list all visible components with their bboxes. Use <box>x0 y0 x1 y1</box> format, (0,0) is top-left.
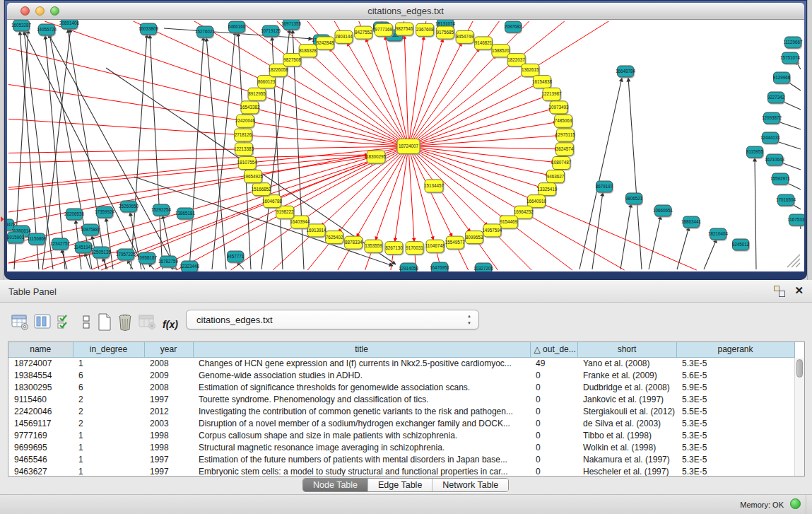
edge[interactable] <box>649 216 661 269</box>
edge[interactable] <box>408 146 504 218</box>
table-cell[interactable]: 0 <box>530 453 577 465</box>
table-cell[interactable]: Changes of HCN gene expression and I(f) … <box>193 357 530 369</box>
column-header-title[interactable]: title <box>193 342 530 357</box>
table-cell[interactable]: 5.3E-5 <box>676 441 794 453</box>
edge[interactable] <box>524 212 625 270</box>
graph-node[interactable]: 8660123 <box>258 76 276 88</box>
table-cell[interactable]: Wolkin et al. (1998) <box>577 441 676 453</box>
table-cell[interactable]: de Silva et al. (2003) <box>577 417 676 429</box>
graph-node[interactable]: 12342757 <box>50 238 71 250</box>
table-cell[interactable]: 0 <box>530 429 577 441</box>
table-cell[interactable]: 5.9E-5 <box>676 381 794 393</box>
graph-node[interactable]: 12975115 <box>555 129 575 141</box>
graph-node[interactable]: 19654925 <box>243 170 264 183</box>
graph-node[interactable]: 8267130 <box>385 242 403 255</box>
column-header-short[interactable]: short <box>577 342 676 357</box>
column-header-out_de[interactable]: △ out_de... <box>530 342 577 357</box>
edge[interactable] <box>48 33 177 269</box>
table-scrollbar[interactable] <box>794 358 804 477</box>
graph-node[interactable]: 22420046 <box>235 115 256 127</box>
network-canvas[interactable]: 1605328714055724208914061603380915276021… <box>7 20 804 271</box>
graph-node[interactable]: 16971355 <box>281 20 302 30</box>
edge[interactable] <box>408 64 512 146</box>
table-cell[interactable]: Franke et al. (2009) <box>577 369 676 381</box>
graph-node[interactable]: 20891406 <box>59 20 80 29</box>
table-cell[interactable]: 2 <box>73 393 144 405</box>
edge[interactable] <box>312 55 408 146</box>
table-cell[interactable]: 1998 <box>144 441 193 453</box>
table-cell[interactable]: Stergiakouli et al. (2012) <box>577 405 676 417</box>
table-cell[interactable]: Genome-wide association studies in ADHD. <box>193 369 530 381</box>
table-row[interactable]: 946554611997Estimation of the future num… <box>8 453 794 465</box>
network-graph[interactable]: 1605328714055724208914061603380915276021… <box>7 20 804 271</box>
graph-node[interactable]: 1588520 <box>492 45 510 57</box>
edge[interactable] <box>755 158 756 269</box>
edge[interactable] <box>704 239 717 269</box>
graph-node[interactable]: 9827508 <box>283 54 301 66</box>
canvas-resize-grip[interactable] <box>787 255 800 267</box>
table-row[interactable]: 1872400712008Changes of HCN gene express… <box>8 357 794 369</box>
graph-node[interactable]: 9457771 <box>227 251 245 262</box>
graph-node[interactable]: 15751074 <box>780 52 801 64</box>
table-cell[interactable]: 2 <box>73 405 144 417</box>
graph-node[interactable]: 10719125 <box>261 25 281 37</box>
graph-node[interactable]: 9129966 <box>773 72 791 83</box>
edge[interactable] <box>408 55 496 146</box>
edge[interactable] <box>408 42 461 146</box>
edge[interactable] <box>620 204 631 269</box>
select-rows-button[interactable] <box>57 313 75 332</box>
graph-node[interactable]: 12213987 <box>541 88 562 100</box>
edge[interactable] <box>329 48 408 146</box>
table-cell[interactable]: 9777169 <box>8 429 73 441</box>
graph-node[interactable]: 25260650 <box>119 201 139 212</box>
table-cell[interactable]: 19384554 <box>8 369 73 381</box>
graph-node[interactable]: 10973493 <box>549 101 570 114</box>
table-cell[interactable]: 2009 <box>144 369 193 381</box>
edge[interactable] <box>408 122 557 146</box>
table-cell[interactable]: 0 <box>530 405 577 417</box>
table-cell[interactable]: Estimation of the future numbers of pati… <box>193 453 530 465</box>
graph-node[interactable]: 3624574 <box>555 143 573 156</box>
edge[interactable] <box>212 31 235 269</box>
table-cell[interactable]: 5.6E-5 <box>676 369 794 381</box>
table-cell[interactable]: 1 <box>73 429 144 441</box>
table-selector-combo[interactable]: citations_edges.txt ▲▼ <box>186 310 479 329</box>
graph-node[interactable]: 12505135 <box>91 247 112 258</box>
graph-node[interactable]: 7625402 <box>326 231 343 244</box>
graph-node[interactable]: 8454749 <box>456 30 473 43</box>
graph-node[interactable]: 12323448 <box>180 261 200 271</box>
graph-node[interactable]: 18210404 <box>708 228 729 240</box>
table-cell[interactable]: Jankovic et al. (1997) <box>577 393 676 405</box>
tab-network-table[interactable]: Network Table <box>432 479 508 491</box>
edge[interactable] <box>628 78 642 269</box>
graph-node[interactable]: 15549577 <box>445 236 466 249</box>
edge[interactable] <box>8 119 243 135</box>
graph-node[interactable]: 8878334 <box>345 236 363 249</box>
column-header-pagerank[interactable]: pagerank <box>676 342 794 357</box>
table-settings-button[interactable] <box>11 313 30 332</box>
table-cell[interactable]: Tibbo et al. (1998) <box>577 429 676 441</box>
edge[interactable] <box>305 146 408 218</box>
graph-node[interactable]: 17359924 <box>95 206 115 218</box>
table-cell[interactable]: Tourette syndrome. Phenomenology and cla… <box>193 393 530 405</box>
edge[interactable] <box>677 227 689 269</box>
table-cell[interactable]: 5.3E-5 <box>676 357 794 369</box>
graph-node[interactable]: 11129667 <box>783 37 803 48</box>
graph-node[interactable]: 9827546 <box>396 23 413 35</box>
graph-node[interactable]: 10327205 <box>473 263 494 271</box>
graph-node[interactable]: 10660651 <box>653 205 673 216</box>
graph-node[interactable]: 8912955 <box>248 88 266 100</box>
delete-column-button[interactable] <box>117 313 136 332</box>
graph-node[interactable]: 9777169 <box>375 23 392 36</box>
table-cell[interactable]: Investigating the contribution of common… <box>193 405 530 417</box>
graph-node[interactable]: 9227342 <box>767 92 785 103</box>
graph-node[interactable]: 8679197 <box>596 181 613 192</box>
float-panel-icon[interactable] <box>774 286 785 297</box>
edge[interactable] <box>8 48 249 107</box>
edge[interactable] <box>408 146 433 240</box>
graph-node[interactable]: 20206536 <box>64 209 85 220</box>
table-cell[interactable]: Dudbridge et al. (2008) <box>577 381 676 393</box>
graph-node[interactable]: 9806521 <box>625 193 643 204</box>
graph-node[interactable]: 16782759 <box>158 256 179 267</box>
delete-table-button-disabled[interactable] <box>139 313 157 332</box>
